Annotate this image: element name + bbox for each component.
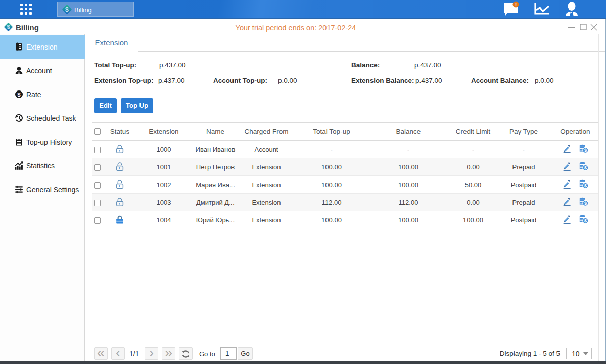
svg-text:!: ! (515, 2, 517, 7)
svg-text:$: $ (17, 92, 21, 98)
svg-text:$: $ (65, 6, 69, 13)
svg-text:$: $ (584, 165, 587, 170)
svg-text:$: $ (584, 218, 587, 223)
svg-text:$: $ (584, 148, 587, 153)
svg-text:$: $ (584, 183, 587, 188)
svg-text:$: $ (584, 201, 587, 206)
